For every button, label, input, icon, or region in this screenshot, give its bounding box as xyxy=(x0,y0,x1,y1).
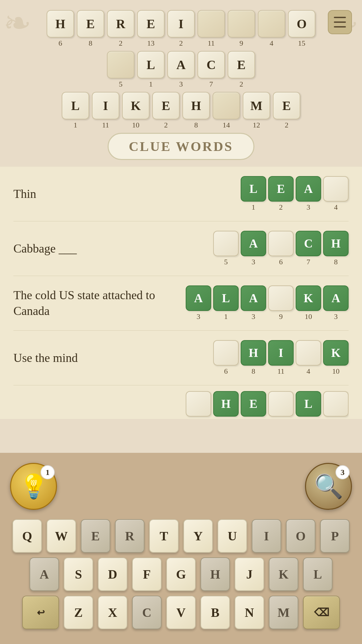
ctile-H-partial: H xyxy=(213,391,239,417)
ctile-K-10b: K10 xyxy=(323,340,349,376)
keyboard-row-3: ↩ Z X C V B N M ⌫ xyxy=(7,596,355,629)
tile-E-2b: E2 xyxy=(228,51,255,89)
key-Y[interactable]: Y xyxy=(183,519,213,553)
ctile-H-8: H8 xyxy=(323,231,349,266)
key-X[interactable]: X xyxy=(98,596,127,629)
key-K[interactable]: K xyxy=(269,557,298,591)
puzzle-row-1: H6 E8 R2 E13 I2 11 9 4 O15 xyxy=(7,10,355,48)
key-T[interactable]: T xyxy=(149,519,179,553)
tile-M-12: M12 xyxy=(243,92,270,129)
tile-H-6: H6 xyxy=(47,10,74,48)
ctile-empty-5: 5 xyxy=(213,231,239,266)
ctile-empty-4b: 4 xyxy=(296,340,321,376)
key-M[interactable]: M xyxy=(269,596,298,629)
ctile-I-11: I11 xyxy=(268,340,294,376)
hint-magnify-button[interactable]: 🔍 3 xyxy=(305,463,352,510)
key-F[interactable]: F xyxy=(132,557,162,591)
ctile-empty-4: 4 xyxy=(323,176,349,212)
clue-row-alaska: The cold US state attached to Canada A3 … xyxy=(13,276,349,331)
ctile-L-1c: L1 xyxy=(213,285,239,321)
tile-empty-14: 14 xyxy=(213,92,240,129)
puzzle-row-2: 5 L1 A3 C7 E2 xyxy=(7,51,355,89)
ctile-empty-6: 6 xyxy=(268,231,294,266)
tile-O-15: O15 xyxy=(288,10,315,48)
key-H[interactable]: H xyxy=(200,557,230,591)
key-R[interactable]: R xyxy=(115,519,144,553)
tile-empty-11: 11 xyxy=(197,10,225,48)
tile-E-13: E13 xyxy=(137,10,165,48)
clue-words-banner: CLUE WORDS xyxy=(7,133,355,160)
ctile-A-3b: A3 xyxy=(241,231,266,266)
puzzle-area: ❧ ❧ H6 E8 R2 E13 I2 11 9 4 O15 xyxy=(0,0,362,167)
clue-tiles-partial: H E L xyxy=(186,391,349,417)
ctile-K-10: K10 xyxy=(296,285,321,321)
clue-words-label: CLUE WORDS xyxy=(108,133,254,160)
clue-text-think: Use the mind xyxy=(13,350,213,366)
tile-R-2: R2 xyxy=(107,10,134,48)
clue-tiles-alaska: A3 L1 A3 9 K10 A3 xyxy=(186,285,349,321)
tile-L-1b: L1 xyxy=(62,92,89,129)
menu-button[interactable] xyxy=(328,10,352,34)
key-I[interactable]: I xyxy=(252,519,281,553)
flourish-left: ❧ xyxy=(3,3,32,43)
ctile-empty-9: 9 xyxy=(268,285,294,321)
key-U[interactable]: U xyxy=(218,519,247,553)
key-S[interactable]: S xyxy=(64,557,93,591)
key-enter[interactable]: ↩ xyxy=(22,596,59,629)
ctile-empty-partial1 xyxy=(186,391,211,417)
tile-E-8: E8 xyxy=(77,10,104,48)
key-backspace[interactable]: ⌫ xyxy=(303,596,340,629)
ctile-empty-6b: 6 xyxy=(213,340,239,376)
clue-tiles-think: 6 H8 I11 4 K10 xyxy=(213,340,349,376)
key-W[interactable]: W xyxy=(47,519,76,553)
clue-row-thin: Thin L1 E2 A3 4 xyxy=(13,167,349,221)
tile-L-1: L1 xyxy=(137,51,165,89)
tile-empty-9: 9 xyxy=(228,10,255,48)
key-D[interactable]: D xyxy=(98,557,127,591)
key-P[interactable]: P xyxy=(320,519,350,553)
ctile-empty-partial2 xyxy=(268,391,294,417)
clue-tiles-thin: L1 E2 A3 4 xyxy=(241,176,349,212)
ctile-E-partial: E xyxy=(241,391,266,417)
clue-text-alaska: The cold US state attached to Canada xyxy=(13,287,186,319)
ctile-empty-partial3 xyxy=(323,391,349,417)
key-A[interactable]: A xyxy=(29,557,59,591)
ctile-A-3d: A3 xyxy=(241,285,266,321)
key-Z[interactable]: Z xyxy=(64,596,93,629)
tile-H-8: H8 xyxy=(182,92,210,129)
bulb-count: 1 xyxy=(41,465,55,479)
ctile-L-partial: L xyxy=(296,391,321,417)
ctile-H-8b: H8 xyxy=(241,340,266,376)
key-O[interactable]: O xyxy=(286,519,315,553)
tile-empty-4: 4 xyxy=(258,10,285,48)
key-V[interactable]: V xyxy=(166,596,196,629)
key-C[interactable]: C xyxy=(132,596,162,629)
keyboard-row-2: A S D F G H J K L xyxy=(7,557,355,591)
clue-row-partial: ... H E L xyxy=(13,385,349,419)
key-N[interactable]: N xyxy=(235,596,264,629)
clue-row-think: Use the mind 6 H8 I11 4 K10 xyxy=(13,331,349,385)
tile-I-11: I11 xyxy=(92,92,119,129)
ctile-A-3c: A3 xyxy=(186,285,211,321)
ctile-C-7: C7 xyxy=(296,231,321,266)
ctile-A-3: A3 xyxy=(296,176,321,212)
key-G[interactable]: G xyxy=(166,557,196,591)
clue-tiles-cabbage: 5 A3 6 C7 H8 xyxy=(213,231,349,266)
key-E[interactable]: E xyxy=(81,519,110,553)
key-J[interactable]: J xyxy=(235,557,264,591)
tile-E-2d: E2 xyxy=(273,92,300,129)
puzzle-row-3: L1 I11 K10 E2 H8 14 M12 E2 xyxy=(7,92,355,129)
tile-E-2c: E2 xyxy=(152,92,180,129)
tile-K-10: K10 xyxy=(122,92,149,129)
ctile-L-1: L1 xyxy=(241,176,266,212)
tile-C-7: C7 xyxy=(197,51,225,89)
hint-bulb-button[interactable]: 💡 1 xyxy=(10,463,57,510)
ctile-E-2: E2 xyxy=(268,176,294,212)
clue-text-thin: Thin xyxy=(13,186,241,202)
clue-row-cabbage: Cabbage ___ 5 A3 6 C7 H8 xyxy=(13,221,349,276)
tile-A-3: A3 xyxy=(167,51,195,89)
key-L[interactable]: L xyxy=(303,557,333,591)
key-Q[interactable]: Q xyxy=(12,519,42,553)
keyboard-area: 💡 1 🔍 3 Q W E R T Y U I O P A S D F G H … xyxy=(0,453,362,644)
key-B[interactable]: B xyxy=(200,596,230,629)
